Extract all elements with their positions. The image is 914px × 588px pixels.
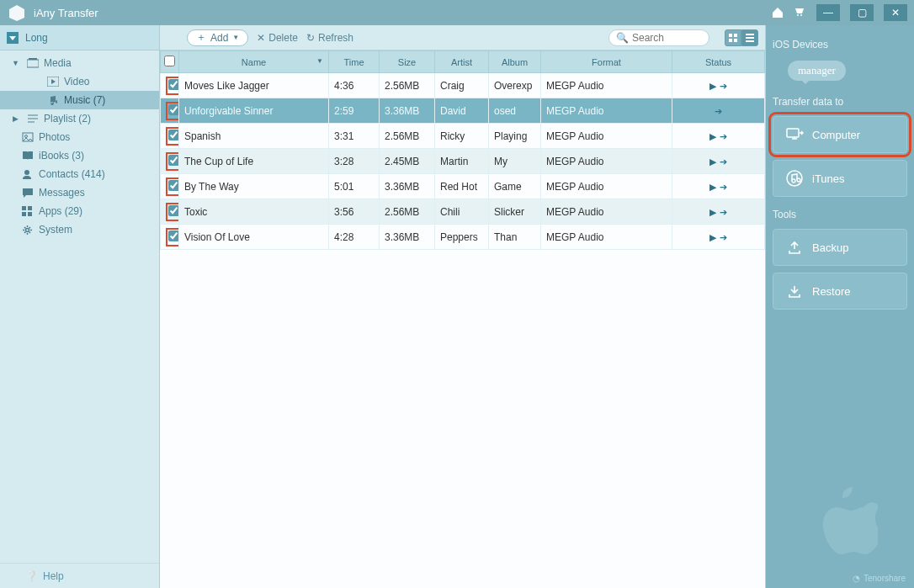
cell-album: Overexp xyxy=(489,73,541,98)
cell-size: 3.36MB xyxy=(380,225,435,250)
apps-icon xyxy=(22,206,34,216)
column-format[interactable]: Format xyxy=(541,51,672,73)
sidebar-item-apps-[interactable]: Apps (29) xyxy=(0,202,159,220)
computer-icon xyxy=(785,125,804,144)
column-check[interactable] xyxy=(161,51,179,73)
status-icons[interactable]: ▶ ➔ xyxy=(678,182,759,193)
search-input[interactable]: 🔍 xyxy=(608,29,709,46)
table-row[interactable]: Unforgivable Sinner2:593.36MBDavidosedME… xyxy=(161,98,765,124)
home-icon[interactable] xyxy=(771,6,784,19)
row-checkbox[interactable] xyxy=(168,205,179,216)
list-view-button[interactable] xyxy=(741,29,758,46)
svg-point-5 xyxy=(24,170,29,175)
cell-name: Spanish xyxy=(179,124,329,149)
column-name[interactable]: Name xyxy=(179,51,329,73)
sidebar-item-ibooks-[interactable]: iBooks (3) xyxy=(0,146,159,165)
close-button[interactable]: ✕ xyxy=(884,4,907,21)
cell-artist: Chili xyxy=(435,199,489,225)
contacts-icon xyxy=(22,169,34,179)
row-checkbox[interactable] xyxy=(168,230,179,241)
computer-button[interactable]: Computer xyxy=(773,116,907,153)
svg-point-10 xyxy=(26,228,29,231)
minimize-button[interactable]: — xyxy=(816,4,840,21)
table-row[interactable]: Spanish3:312.56MBRickyPlayingMEGP Audio▶… xyxy=(161,124,765,149)
row-checkbox[interactable] xyxy=(168,155,179,166)
status-icons[interactable]: ▶ ➔ xyxy=(678,81,759,92)
cell-format: MEGP Audio xyxy=(541,149,672,174)
restore-button[interactable]: Restore xyxy=(773,273,907,310)
sidebar-item-contacts-[interactable]: Contacts (414) xyxy=(0,165,159,183)
main-content: ＋ Add ▼ ✕ Delete ↻ Refresh 🔍 xyxy=(160,25,766,588)
svg-rect-9 xyxy=(28,212,32,216)
system-icon xyxy=(22,225,34,236)
row-checkbox[interactable] xyxy=(168,79,179,90)
cell-artist: Craig xyxy=(435,73,489,98)
add-button[interactable]: ＋ Add ▼ xyxy=(187,29,248,46)
cell-name: The Cup of Life xyxy=(179,149,329,174)
restore-icon xyxy=(785,282,804,300)
status-icons[interactable]: ▶ ➔ xyxy=(678,131,759,142)
itunes-button[interactable]: iTunes xyxy=(773,160,907,197)
cell-time: 3:56 xyxy=(329,199,380,225)
cell-album: Game xyxy=(489,174,541,199)
sidebar-item-messages[interactable]: Messages xyxy=(0,183,159,202)
column-artist[interactable]: Artist xyxy=(435,51,489,73)
device-name: Long xyxy=(25,32,48,44)
svg-rect-17 xyxy=(746,40,754,42)
caret-right-icon: ▶ xyxy=(12,114,19,123)
svg-rect-16 xyxy=(746,37,754,39)
table-row[interactable]: Vision Of Love4:283.36MBPeppersThanMEGP … xyxy=(161,225,765,250)
sidebar-item-photos[interactable]: Photos xyxy=(0,128,159,146)
status-icons[interactable]: ▶ ➔ xyxy=(678,232,759,243)
section-ios-devices: iOS Devices xyxy=(773,39,907,50)
media-icon xyxy=(27,58,39,68)
sidebar-item-playlist-[interactable]: ▶Playlist (2) xyxy=(0,109,159,128)
app-logo-icon xyxy=(7,3,27,23)
status-icons[interactable]: ▶ ➔ xyxy=(678,156,759,167)
itunes-icon xyxy=(785,169,804,188)
cell-name: Unforgivable Sinner xyxy=(179,98,329,124)
maximize-button[interactable]: ▢ xyxy=(850,4,874,21)
svg-rect-11 xyxy=(729,34,732,37)
column-size[interactable]: Size xyxy=(380,51,435,73)
cell-time: 3:31 xyxy=(329,124,380,149)
row-checkbox[interactable] xyxy=(168,104,179,115)
titlebar: iAny Transfer — ▢ ✕ xyxy=(0,0,914,25)
sidebar-item-music-[interactable]: Music (7) xyxy=(0,91,159,109)
status-icons[interactable]: ▶ ➔ xyxy=(678,207,759,218)
sidebar-item-video[interactable]: Video xyxy=(0,72,159,91)
svg-rect-18 xyxy=(787,129,799,137)
apple-logo-icon xyxy=(802,475,878,563)
search-field[interactable] xyxy=(632,32,699,44)
sidebar-item-media[interactable]: ▼Media xyxy=(0,54,159,72)
status-icons[interactable]: ➔ xyxy=(678,106,759,117)
music-table: Name Time Size Artist Album Format Statu… xyxy=(160,50,765,250)
row-checkbox[interactable] xyxy=(168,130,179,140)
column-time[interactable]: Time xyxy=(329,51,380,73)
brand-icon: ◔ xyxy=(853,574,860,583)
table-row[interactable]: The Cup of Life3:282.45MBMartinMyMEGP Au… xyxy=(161,149,765,174)
cart-icon[interactable] xyxy=(793,6,806,19)
table-row[interactable]: Toxic3:562.56MBChiliSlickerMEGP Audio▶ ➔ xyxy=(161,199,765,225)
refresh-button[interactable]: ↻ Refresh xyxy=(306,32,353,44)
side-panel: iOS Devices manager Transfer data to Com… xyxy=(766,25,914,588)
column-status[interactable]: Status xyxy=(672,51,765,73)
backup-button[interactable]: Backup xyxy=(773,229,907,266)
caret-down-icon: ▼ xyxy=(12,59,19,67)
table-row[interactable]: Moves Like Jagger4:362.56MBCraigOverexpM… xyxy=(161,73,765,98)
column-album[interactable]: Album xyxy=(489,51,541,73)
video-icon xyxy=(47,77,59,87)
delete-button[interactable]: ✕ Delete xyxy=(257,32,298,44)
table-row[interactable]: By The Way5:013.36MBRed HotGameMEGP Audi… xyxy=(161,174,765,199)
svg-rect-15 xyxy=(746,34,754,35)
grid-view-button[interactable] xyxy=(725,29,741,46)
sidebar-item-system[interactable]: System xyxy=(0,220,159,239)
ibooks-icon xyxy=(22,151,34,161)
cell-artist: Martin xyxy=(435,149,489,174)
refresh-icon: ↻ xyxy=(306,32,315,44)
device-header[interactable]: Long xyxy=(0,25,159,50)
photos-icon xyxy=(22,132,34,142)
cell-time: 4:28 xyxy=(329,225,380,250)
row-checkbox[interactable] xyxy=(168,180,179,191)
help-link[interactable]: ❔ Help xyxy=(0,563,159,588)
